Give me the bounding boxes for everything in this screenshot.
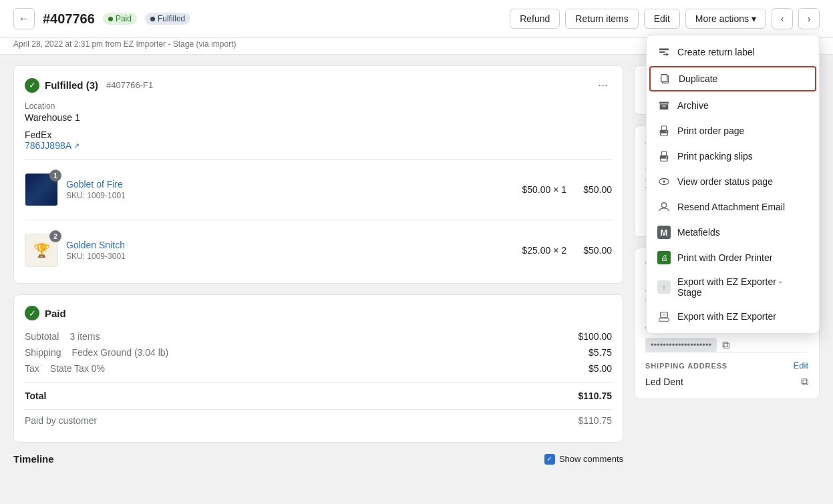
svg-rect-0 <box>659 49 669 51</box>
next-order-button[interactable]: › <box>798 8 820 29</box>
archive-icon <box>657 99 671 112</box>
total-row: Total $110.75 <box>25 382 612 404</box>
back-button[interactable]: ← <box>13 8 35 29</box>
location-value: Warehouse 1 <box>25 112 612 123</box>
subtotal-label: Subtotal <box>25 331 59 342</box>
contact-email-value: •••••••••••••••••••• <box>645 338 717 352</box>
subtotal-items: 3 items <box>69 331 578 342</box>
tracking-number: 786JJ898A <box>25 140 71 151</box>
svg-point-13 <box>661 203 666 208</box>
refund-button[interactable]: Refund <box>510 9 560 29</box>
print-order-printer-icon: 🖨 <box>657 251 671 264</box>
fulfilled-status-icon: ✓ <box>25 78 39 93</box>
menu-item-metafields[interactable]: M Metafields <box>647 220 819 245</box>
paid-by-label: Paid by customer <box>25 415 97 426</box>
product-row: 🏆 2 Golden Snitch SKU: 1009-3001 $25.00 … <box>25 228 612 272</box>
order-id: #407766 <box>43 11 95 27</box>
page: ← #407766 Paid Fulfilled Refund Return i… <box>0 0 833 504</box>
header-actions: Refund Return items Edit More actions ▾ … <box>510 8 820 29</box>
svg-rect-1 <box>659 51 665 53</box>
tax-amount: $5.00 <box>589 363 612 374</box>
product-price-col: $25.00 × 2 $50.00 <box>522 245 612 256</box>
total-amount: $110.75 <box>578 391 612 401</box>
more-actions-dropdown: Create return label Duplicate Archive Pr… <box>646 35 820 334</box>
product-row: 1 Goblet of Fire SKU: 1009-1001 $50.00 ×… <box>25 168 612 212</box>
timeline-section: Timeline ✓ Show comments <box>13 453 623 473</box>
fulfilled-card: ✓ Fulfilled (3) #407766-F1 ··· Location … <box>13 65 623 284</box>
shipping-detail: Fedex Ground (3.04 lb) <box>72 347 589 358</box>
menu-item-archive[interactable]: Archive <box>647 93 819 118</box>
shipping-label: Shipping <box>25 347 61 358</box>
menu-label-export-ez-stage: Export with EZ Exporter - Stage <box>677 276 808 298</box>
timeline-header: Timeline ✓ Show comments <box>13 453 623 465</box>
return-items-button[interactable]: Return items <box>565 9 638 29</box>
product-sku: SKU: 1009-3001 <box>66 252 514 261</box>
tax-detail: State Tax 0% <box>50 363 589 374</box>
chevron-down-icon: ▾ <box>752 13 756 24</box>
menu-item-duplicate[interactable]: Duplicate <box>649 66 816 91</box>
menu-label-create-return-label: Create return label <box>677 47 755 57</box>
product-total-price: $50.00 <box>572 245 612 256</box>
product-thumbnail-container: 1 <box>25 173 58 206</box>
timeline-title: Timeline <box>13 453 54 465</box>
product-info: Goblet of Fire SKU: 1009-1001 <box>66 179 514 200</box>
left-column: ✓ Fulfilled (3) #407766-F1 ··· Location … <box>13 65 623 493</box>
menu-label-view-status: View order status page <box>677 176 773 187</box>
show-comments-label: Show comments <box>559 454 623 464</box>
fulfilled-menu-button[interactable]: ··· <box>594 77 612 93</box>
menu-label-print-order-printer: Print with Order Printer <box>677 252 772 263</box>
svg-rect-9 <box>661 152 666 156</box>
product-unit-price: $50.00 × 1 <box>522 184 566 195</box>
print-order-icon <box>657 124 671 138</box>
location-label: Location <box>25 101 612 111</box>
menu-item-resend-email[interactable]: Resend Attachment Email <box>647 194 819 220</box>
product-info: Golden Snitch SKU: 1009-3001 <box>66 240 514 261</box>
paid-badge-dot <box>108 17 113 21</box>
show-comments-checkbox[interactable]: ✓ <box>544 454 555 465</box>
prev-order-button[interactable]: ‹ <box>772 8 793 29</box>
show-comments-toggle[interactable]: ✓ Show comments <box>544 454 623 465</box>
product-total-price: $50.00 <box>572 184 612 195</box>
fulfilled-badge-dot <box>150 17 155 21</box>
paid-status-icon: ✓ <box>25 306 39 320</box>
contact-email-row: •••••••••••••••••••• ⧉ <box>645 338 808 352</box>
fulfilled-title-row: ✓ Fulfilled (3) #407766-F1 <box>25 78 153 93</box>
svg-point-7 <box>666 131 667 132</box>
svg-rect-6 <box>661 126 666 130</box>
export-ez-icon <box>657 310 671 323</box>
tax-row: Tax State Tax 0% $5.00 <box>25 360 612 376</box>
view-status-icon <box>657 175 671 188</box>
svg-point-10 <box>666 156 667 158</box>
menu-item-print-order[interactable]: Print order page <box>647 118 819 144</box>
product-unit-price: $25.00 × 2 <box>522 245 566 256</box>
metafields-icon: M <box>657 226 671 239</box>
copy-email-icon[interactable]: ⧉ <box>722 339 729 351</box>
shipping-title: Shipping Address <box>645 362 727 370</box>
edit-button[interactable]: Edit <box>644 9 680 29</box>
menu-item-export-ez-stage[interactable]: ↑ Export with EZ Exporter - Stage <box>647 270 819 304</box>
menu-item-view-status[interactable]: View order status page <box>647 169 819 194</box>
fulfilled-card-header: ✓ Fulfilled (3) #407766-F1 ··· <box>25 77 612 93</box>
more-actions-button[interactable]: More actions ▾ <box>685 9 766 29</box>
shipping-edit-link[interactable]: Edit <box>794 360 808 370</box>
menu-item-create-return-label[interactable]: Create return label <box>647 39 819 65</box>
menu-label-archive: Archive <box>677 100 709 111</box>
menu-item-print-packing[interactable]: Print packing slips <box>647 144 819 169</box>
product-sku: SKU: 1009-1001 <box>66 191 514 200</box>
paid-by-amount: $110.75 <box>578 415 612 426</box>
svg-rect-16 <box>661 314 666 317</box>
menu-item-print-order-printer[interactable]: 🖨 Print with Order Printer <box>647 245 819 270</box>
print-packing-icon <box>657 150 671 163</box>
fulfilled-badge: Fulfilled <box>145 13 190 25</box>
tracking-link[interactable]: 786JJ898A ↗ <box>25 140 79 151</box>
product-name-link[interactable]: Goblet of Fire <box>66 179 123 190</box>
menu-label-resend-email: Resend Attachment Email <box>677 202 785 212</box>
copy-address-icon[interactable]: ⧉ <box>801 376 808 388</box>
product-thumbnail-container: 🏆 2 <box>25 234 58 267</box>
product-name-link[interactable]: Golden Snitch <box>66 240 125 250</box>
menu-item-export-ez[interactable]: Export with EZ Exporter <box>647 304 819 329</box>
product-count-badge: 2 <box>49 230 61 242</box>
menu-label-duplicate: Duplicate <box>679 73 717 84</box>
shipping-header: Shipping Address Edit <box>645 360 808 370</box>
paid-card: ✓ Paid Subtotal 3 items $100.00 Shipping… <box>13 294 623 443</box>
